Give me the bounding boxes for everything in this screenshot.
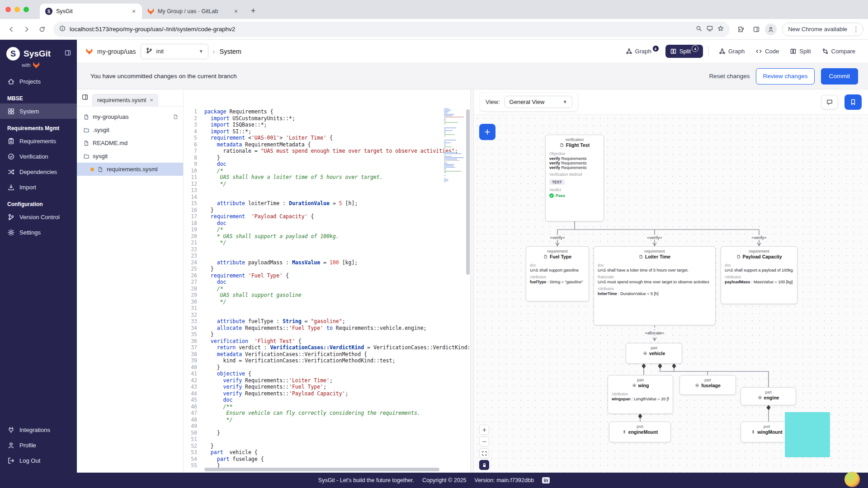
sidebar-item-log-out[interactable]: Log Out — [0, 453, 77, 468]
forward-button[interactable] — [20, 23, 33, 36]
diagram-node-payload-capacity[interactable]: requirementPayload CapacitydocUAS shall … — [721, 246, 797, 304]
sidebar-item-profile[interactable]: Profile — [0, 437, 77, 453]
fit-view-button[interactable] — [479, 448, 489, 458]
chrome-update-button[interactable]: New Chrome available ⋮ — [782, 23, 863, 36]
diagram-node-fuel-type[interactable]: requirementFuel TypedocUAS shall support… — [526, 246, 589, 301]
button-label: Split — [679, 48, 691, 55]
diagram-node-loiter-time[interactable]: requirementLoiter TimedocUAS shall have … — [594, 246, 716, 325]
sidebar-item-import[interactable]: Import — [0, 179, 77, 195]
pass-check-icon: ✓ — [549, 193, 554, 198]
install-icon[interactable] — [706, 25, 713, 34]
split-view-button[interactable]: Split — [665, 45, 703, 58]
tree-item-my-group-uas[interactable]: my-group/uas — [77, 110, 183, 123]
explorer-panel-toggle-icon[interactable] — [81, 94, 89, 103]
tree-item--sysgit[interactable]: .sysgit — [77, 123, 183, 136]
sidebar-item-integrations[interactable]: Integrations — [0, 422, 77, 437]
comments-button[interactable] — [821, 95, 838, 109]
close-tab-icon[interactable]: × — [150, 97, 153, 103]
node-title: fuselage — [680, 382, 736, 389]
tree-item-readme-md[interactable]: README.md — [77, 136, 183, 150]
sidebar-item-verification[interactable]: Verification — [0, 149, 77, 164]
diagram-panel[interactable]: verificationFlight TestObjectiveverify R… — [474, 89, 868, 473]
site-info-icon[interactable] — [59, 25, 66, 34]
sidebar-item-version-control[interactable]: Version Control — [0, 209, 77, 225]
maximize-window-button[interactable] — [24, 7, 29, 12]
split-view-button[interactable]: Split — [785, 45, 815, 58]
file-icon — [173, 114, 179, 120]
bookmark-star-icon[interactable] — [717, 25, 724, 34]
close-window-button[interactable] — [5, 7, 11, 12]
diagram-selection-overlay[interactable] — [785, 412, 830, 457]
side-panel-icon[interactable] — [750, 23, 763, 36]
repo-icon — [83, 114, 90, 120]
sidebar-item-dependencies[interactable]: Dependencies — [0, 164, 77, 179]
diagram-node-fuselage[interactable]: partfuselage — [679, 375, 736, 395]
locked-badge — [692, 45, 698, 52]
node-kind: port — [609, 422, 670, 429]
diagram-node-flight-test[interactable]: verificationFlight TestObjectiveverify R… — [545, 135, 604, 221]
node-attribute: payloadMass : MassValue = 100 [kg] — [725, 280, 793, 284]
verdict-value: ✓Pass — [549, 193, 600, 198]
save-view-button[interactable] — [844, 94, 862, 110]
editor-vertical-scrollbar[interactable] — [466, 109, 470, 275]
minus-icon — [481, 439, 487, 445]
tree-item-label: sysgit — [93, 153, 108, 160]
close-tab-icon[interactable]: × — [130, 8, 137, 15]
diagram-node-wing[interactable]: partwingAttributeswingspan : LengthValue… — [608, 375, 673, 414]
sidebar-item-requirements[interactable]: Requirements — [0, 133, 77, 149]
branch-selector[interactable]: init ▼ — [141, 44, 208, 59]
browser-tabs: SSysGit×My Group / uas · GitLab× — [40, 4, 244, 19]
diagram-node-engine[interactable]: partengine — [741, 387, 796, 405]
compare-view-button[interactable]: Compare — [817, 45, 860, 58]
close-tab-icon[interactable]: × — [232, 8, 240, 15]
back-button[interactable] — [5, 23, 18, 36]
editor-minimap[interactable] — [444, 108, 465, 183]
node-title: Payload Capacity — [721, 253, 797, 261]
footer-copyright: Copyright © 2025 — [422, 477, 466, 483]
tree-trailing-icon[interactable] — [173, 114, 179, 120]
search-icon[interactable] — [695, 25, 703, 34]
browser-tab[interactable]: My Group / uas · GitLab× — [142, 4, 244, 19]
diagram-node-vehicle[interactable]: partvehicle — [626, 343, 682, 364]
reset-changes-button[interactable]: Reset changes — [709, 73, 750, 80]
zoom-in-button[interactable] — [479, 425, 489, 435]
reload-button[interactable] — [35, 23, 49, 36]
tree-item-sysgit[interactable]: sysgit — [77, 150, 183, 163]
extensions-puzzle-icon[interactable] — [734, 23, 748, 36]
editor-horizontal-scrollbar[interactable] — [204, 468, 439, 471]
split-drag-handle[interactable] — [470, 89, 474, 473]
code-line: 49 — [184, 423, 470, 430]
chat-icon — [826, 99, 833, 106]
node-section-label: Attributes — [725, 275, 793, 279]
minimize-window-button[interactable] — [14, 7, 20, 12]
breadcrumb-repo[interactable]: my-group/uas — [97, 48, 136, 55]
code-view-button[interactable]: Code — [751, 45, 783, 58]
browser-profile-avatar[interactable] — [765, 23, 777, 35]
anchor-icon — [751, 430, 755, 434]
file-icon — [736, 254, 741, 259]
linkedin-icon[interactable]: in — [542, 477, 550, 483]
panel-icon — [64, 49, 71, 56]
graph-view-button[interactable]: Graph — [621, 45, 664, 58]
review-changes-button[interactable]: Review changes — [756, 68, 814, 84]
url-bar[interactable]: localhost:5173/repo/my-group/uas/-/init/… — [53, 22, 730, 37]
commit-button[interactable]: Commit — [821, 68, 859, 84]
folder-icon — [83, 153, 90, 160]
new-tab-button[interactable]: + — [247, 5, 259, 17]
browser-menu-icon[interactable]: ⋮ — [851, 25, 861, 33]
sidebar-item-system[interactable]: System — [0, 103, 77, 119]
code-editor[interactable]: 1package Requirements {2 import USCustom… — [184, 89, 470, 473]
view-selector[interactable]: General View ▼ — [505, 96, 572, 108]
browser-tab[interactable]: SSysGit× — [40, 4, 142, 19]
zoom-out-button[interactable] — [479, 436, 489, 446]
tree-item-requirements-sysml[interactable]: requirements.sysml — [77, 163, 183, 176]
diagram-node-enginemount[interactable]: portengineMount — [609, 422, 671, 442]
sidebar-bottom-nav: IntegrationsProfileLog Out — [0, 422, 77, 473]
sidebar-item-projects[interactable]: Projects — [0, 74, 77, 89]
diagram-add-button[interactable] — [479, 124, 495, 140]
sidebar-collapse-icon[interactable] — [64, 49, 71, 58]
sidebar-item-settings[interactable]: Settings — [0, 225, 77, 240]
open-file-tab[interactable]: requirements.sysml × — [92, 94, 158, 106]
lock-view-button[interactable] — [479, 460, 489, 470]
graph-view-button[interactable]: Graph — [714, 45, 749, 58]
